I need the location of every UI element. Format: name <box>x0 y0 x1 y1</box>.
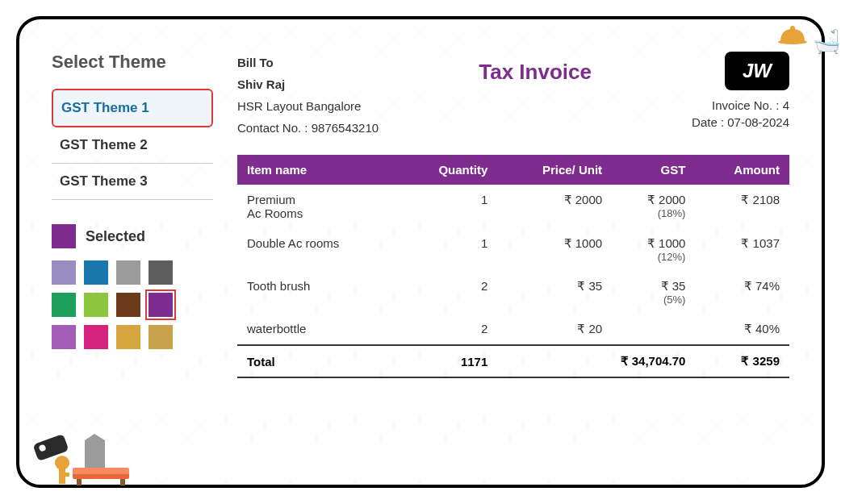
total-gst: ₹ 34,704.70 <box>497 345 695 377</box>
invoice-header: Bill To Shiv Raj HSR Layout Bangalore Co… <box>237 52 789 139</box>
cell-gst: ₹ 35(5%) <box>612 271 695 314</box>
theme-option-3[interactable]: GST Theme 3 <box>52 164 213 200</box>
invoice-table: Item name Quantity Price/ Unit GST Amoun… <box>237 155 789 378</box>
logo: JW <box>725 52 789 90</box>
cell-gst: ₹ 2000(18%) <box>612 185 695 228</box>
cell-item-name: Double Ac rooms <box>237 228 399 271</box>
cell-gst <box>612 314 695 345</box>
color-swatch[interactable] <box>116 325 140 349</box>
contact-no: 9876543210 <box>312 121 379 135</box>
invoice-date-row: Date : 07-08-2024 <box>692 115 789 129</box>
svg-rect-10 <box>120 479 125 485</box>
svg-rect-9 <box>77 479 82 485</box>
cell-amount: ₹ 74% <box>695 271 789 314</box>
color-swatch[interactable] <box>149 293 173 317</box>
selected-color-row: Selected <box>52 224 213 248</box>
color-swatch[interactable] <box>52 325 76 349</box>
cell-quantity: 1 <box>399 185 498 228</box>
color-swatch[interactable] <box>149 260 173 285</box>
cell-quantity: 2 <box>399 314 498 345</box>
header-amount: Amount <box>695 155 789 185</box>
table-row: Double Ac rooms1₹ 1000₹ 1000(12%)₹ 1037 <box>237 228 789 271</box>
cloche-icon <box>776 24 809 47</box>
cell-price: ₹ 2000 <box>497 185 612 228</box>
contact-row: Contact No. : 9876543210 <box>237 117 379 139</box>
table-row: waterbottle2₹ 20₹ 40% <box>237 314 789 345</box>
sidebar: Select Theme GST Theme 1 GST Theme 2 GST… <box>52 52 213 452</box>
cell-gst: ₹ 1000(12%) <box>612 228 695 271</box>
invoice-meta: JW Invoice No. : 4 Date : 07-08-2024 <box>692 52 789 132</box>
color-swatch[interactable] <box>84 293 108 317</box>
invoice-date: 07-08-2024 <box>727 115 789 129</box>
table-row: PremiumAc Rooms1₹ 2000₹ 2000(18%)₹ 2108 <box>237 185 789 228</box>
invoice-number-row: Invoice No. : 4 <box>692 98 789 112</box>
cell-amount: ₹ 1037 <box>695 228 789 271</box>
header-item-name: Item name <box>237 155 399 185</box>
bill-to-block: Bill To Shiv Raj HSR Layout Bangalore Co… <box>237 52 379 139</box>
color-swatch[interactable] <box>149 325 173 349</box>
table-row: Tooth brush2₹ 35₹ 35(5%)₹ 74% <box>237 271 789 314</box>
table-total-row: Total 1171 ₹ 34,704.70 ₹ 3259 <box>237 345 789 377</box>
selected-label: Selected <box>86 228 145 245</box>
cell-price: ₹ 35 <box>497 271 612 314</box>
theme-option-2[interactable]: GST Theme 2 <box>52 127 213 164</box>
bill-to-name: Shiv Raj <box>237 73 379 95</box>
total-quantity: 1171 <box>399 345 498 377</box>
table-body: PremiumAc Rooms1₹ 2000₹ 2000(18%)₹ 2108D… <box>237 185 789 345</box>
svg-point-1 <box>790 26 795 31</box>
color-swatch[interactable] <box>84 325 108 349</box>
bill-to-address: HSR Layout Bangalore <box>237 95 379 117</box>
svg-rect-8 <box>73 468 129 474</box>
bill-to-label: Bill To <box>237 52 379 73</box>
svg-rect-5 <box>59 468 65 484</box>
contact-label: Contact No. : <box>237 121 312 135</box>
cell-price: ₹ 1000 <box>497 228 612 271</box>
color-swatch[interactable] <box>52 260 76 285</box>
header-price-unit: Price/ Unit <box>497 155 612 185</box>
invoice-no-label: Invoice No. : <box>712 98 783 112</box>
total-amount: ₹ 3259 <box>695 345 789 377</box>
total-label: Total <box>237 345 399 377</box>
cell-quantity: 1 <box>399 228 498 271</box>
theme-option-1[interactable]: GST Theme 1 <box>52 89 213 127</box>
cell-amount: ₹ 2108 <box>695 185 789 228</box>
date-label: Date : <box>692 115 727 129</box>
selected-swatch <box>52 224 76 248</box>
sidebar-title: Select Theme <box>52 52 213 73</box>
swatch-grid <box>52 260 213 349</box>
invoice-title: Tax Invoice <box>479 60 592 85</box>
header-gst: GST <box>612 155 695 185</box>
cell-item-name: PremiumAc Rooms <box>237 185 399 228</box>
main-card: Select Theme GST Theme 1 GST Theme 2 GST… <box>16 16 825 488</box>
color-swatch[interactable] <box>116 260 140 285</box>
svg-rect-6 <box>65 473 69 477</box>
header-quantity: Quantity <box>399 155 498 185</box>
table-header-row: Item name Quantity Price/ Unit GST Amoun… <box>237 155 789 185</box>
bathtub-icon: 🛁 <box>813 28 841 55</box>
cell-item-name: Tooth brush <box>237 271 399 314</box>
cell-item-name: waterbottle <box>237 314 399 345</box>
color-swatch[interactable] <box>52 293 76 317</box>
key-bed-icon <box>28 432 133 492</box>
cell-price: ₹ 20 <box>497 314 612 345</box>
invoice-no: 4 <box>783 98 789 112</box>
cell-quantity: 2 <box>399 271 498 314</box>
color-swatch[interactable] <box>116 293 140 317</box>
color-swatch[interactable] <box>84 260 108 285</box>
invoice-panel: Bill To Shiv Raj HSR Layout Bangalore Co… <box>237 52 789 452</box>
cell-amount: ₹ 40% <box>695 314 789 345</box>
